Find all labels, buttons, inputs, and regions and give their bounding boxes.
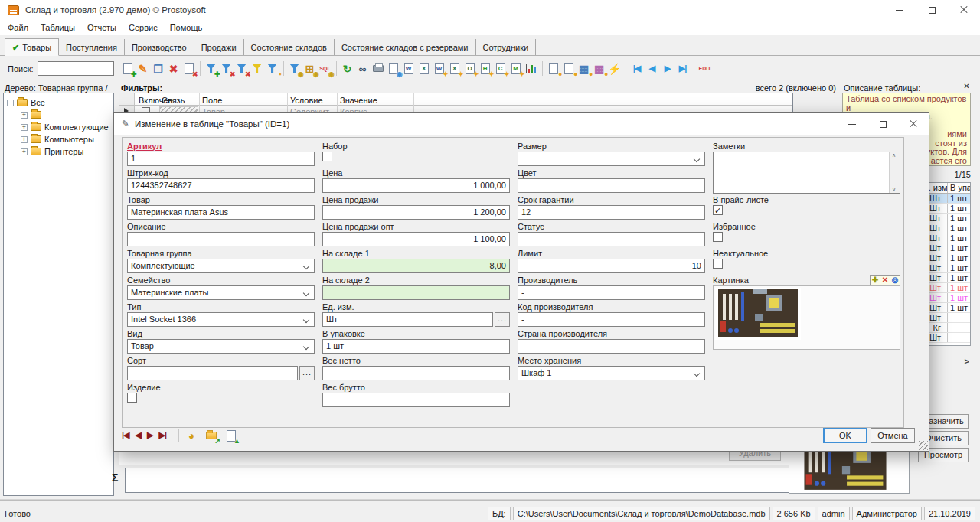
col-header-value[interactable]: Значение [340,96,377,105]
maximize-button[interactable] [916,0,948,20]
dialog-close-button[interactable] [898,113,929,135]
tree-item-комплектующие[interactable]: +Комплектующие [4,121,113,133]
dialog-first-record-icon[interactable]: |◀ [122,430,129,440]
tree-expander-icon[interactable]: + [21,124,28,131]
globe-icon[interactable]: ◕ [184,428,199,443]
minimize-button[interactable] [884,0,916,20]
input-barcode[interactable]: 1244352748627 [127,178,315,193]
input-status[interactable] [518,232,705,246]
col-header-condition[interactable]: Условие [290,96,323,105]
delete-records-icon[interactable]: ✖ [181,61,197,77]
input-product[interactable]: Материнская плата Asus [127,205,315,220]
filter-edit-icon[interactable]: ✖ [219,61,234,77]
tree-view-icon[interactable]: ⊞◉ [302,61,318,77]
input-unit[interactable]: Шт [322,312,493,327]
filter-by-selection-icon[interactable]: ▪ [265,61,280,77]
search-input[interactable] [38,61,114,76]
checkbox-is-set[interactable] [322,152,332,161]
input-sale-price[interactable]: 1 200,00 [322,205,510,220]
dialog-next-record-icon[interactable]: ▶ [147,430,152,440]
input-warranty[interactable]: 12 [518,205,705,220]
menu-сервис[interactable]: Сервис [122,21,164,34]
dialog-prev-record-icon[interactable]: ◀ [136,430,141,440]
input-limit[interactable]: 10 [518,259,705,273]
textarea-notes[interactable] [713,152,900,194]
input-wholesale-price[interactable]: 1 100,00 [322,232,510,246]
last-record-icon[interactable]: ▶| [675,61,691,77]
select-type[interactable]: Intel Socket 1366 [127,312,315,327]
input-price[interactable]: 1 000,00 [322,178,510,193]
input-manufacturer-country[interactable]: - [518,339,705,354]
copy-record-icon[interactable]: ❐ [151,61,166,77]
replace-values-icon[interactable]: ▦● [592,61,607,77]
filter-add-icon[interactable]: ✚ [204,61,219,77]
select-product-group[interactable]: Комплектующие [127,259,315,273]
tree-item-все[interactable]: -Все [4,96,113,109]
close-button[interactable] [948,0,980,20]
field-label-articul[interactable]: Артикул [127,142,315,152]
menu-таблицы[interactable]: Таблицы [34,21,81,34]
tab-состояние-складов[interactable]: Состояние складов [244,39,335,55]
sql-view-icon[interactable]: SQL◉ [318,61,333,77]
find-icon[interactable]: ∞ [355,61,371,77]
select-size[interactable] [518,152,705,166]
select-kind[interactable]: Товар [127,339,315,354]
delete-record-icon[interactable]: ✖ [166,61,181,77]
checkbox-inactive[interactable] [713,259,723,269]
folder-export-icon[interactable]: ↗ [204,428,219,443]
menu-отчеты[interactable]: Отчеты [81,21,122,34]
export-csv-icon[interactable]: C✦ [493,61,508,77]
input-net-weight[interactable] [322,366,510,380]
chart-icon[interactable] [524,61,539,77]
tab-продажи[interactable]: Продажи [194,39,244,55]
picture-box[interactable] [713,285,900,350]
add-record-icon[interactable]: ✚ [120,61,136,77]
dialog-maximize-button[interactable] [867,113,898,135]
input-manufacturer-code[interactable]: - [518,312,705,327]
tab-поступления[interactable]: Поступления [59,39,125,55]
tree-item-принтеры[interactable]: +Принтеры [4,145,113,158]
filter-show-all-icon[interactable]: ◉ [287,61,302,77]
edit-mode-icon[interactable]: EDIT [697,61,713,77]
input-color[interactable] [518,178,705,193]
picture-zoom-icon[interactable]: ◎ [890,275,900,285]
tree-item-компьютеры[interactable]: +Компьютеры [4,133,113,145]
ok-button[interactable]: OK [823,428,867,443]
calculate-icon[interactable]: ⚡ [607,61,622,77]
input-articul[interactable]: 1 [127,152,315,166]
input-stock-2[interactable] [322,285,510,300]
cancel-button[interactable]: Отмена [871,428,915,443]
export-xml-icon[interactable]: M✦ [508,61,524,77]
input-sort[interactable] [127,366,298,380]
scroll-more[interactable]: > [949,357,969,366]
export-calc-icon[interactable]: O✦ [462,61,478,77]
image-doc-icon[interactable]: ▲ [224,428,239,443]
tree-expander-icon[interactable]: - [7,100,14,106]
col-header-relation[interactable]: Связь [162,96,185,105]
print-icon[interactable] [371,61,386,77]
col-header-field[interactable]: Поле [202,96,222,105]
picture-delete-icon[interactable]: ✕ [880,275,890,285]
dialog-last-record-icon[interactable]: ▶| [158,430,166,440]
edit-record-icon[interactable]: ✎ [136,61,151,77]
scrollbar[interactable] [889,152,900,193]
input-stock-1[interactable]: 8,00 [322,259,510,273]
select-storage-place[interactable]: Шкаф 1 [518,366,705,380]
tree-item[interactable]: + [4,109,113,121]
export-excel-icon[interactable]: X [416,61,432,77]
tab-состояние-складов-с-резервами[interactable]: Состояние складов с резервами [335,39,476,55]
export-word-template-icon[interactable]: W✦ [432,61,447,77]
menu-файл[interactable]: Файл [2,21,34,34]
refresh-icon[interactable]: ↻ [340,61,355,77]
filter-quick-icon[interactable] [250,61,265,77]
tab-сотрудники[interactable]: Сотрудники [476,39,537,55]
picture-add-icon[interactable]: ✚ [870,275,880,285]
next-record-icon[interactable]: ▶ [660,61,675,77]
tab-товары[interactable]: ✔Товары [5,38,59,56]
dialog-minimize-button[interactable] [837,113,867,135]
tree-expander-icon[interactable]: + [21,136,28,143]
checkbox-in-pricelist[interactable]: ✓ [713,205,723,215]
export-word-icon[interactable]: W [401,61,416,77]
input-description[interactable] [127,232,315,246]
checkbox-is-product[interactable] [127,393,137,403]
